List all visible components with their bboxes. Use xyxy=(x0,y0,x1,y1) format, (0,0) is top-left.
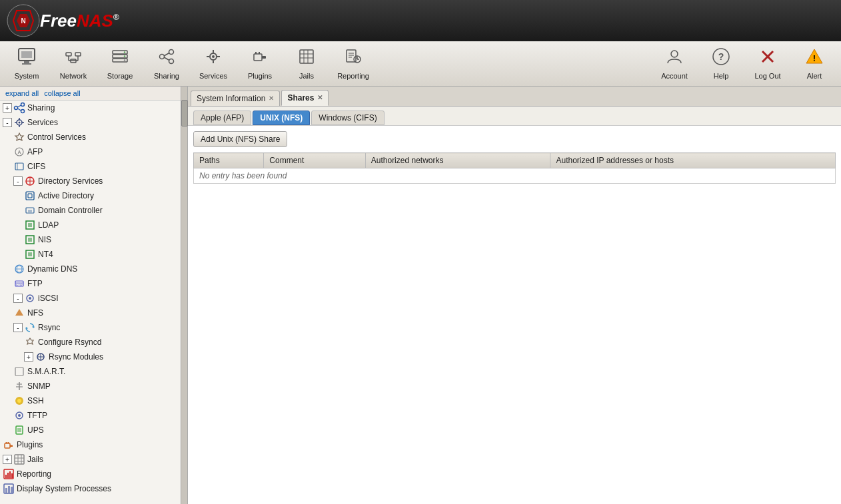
toolbar-plugins[interactable]: Plugins xyxy=(237,43,283,85)
toolbar-system[interactable]: System xyxy=(3,43,50,85)
svg-point-55 xyxy=(15,107,18,110)
sidebar-item-configure-rsyncd[interactable]: Configure Rsyncd xyxy=(0,335,181,350)
toolbar-help[interactable]: ? Help xyxy=(698,43,744,85)
sidebar-item-afp[interactable]: A AFP xyxy=(0,144,181,159)
sidebar-item-rsync-modules[interactable]: + Rsync Modules xyxy=(0,350,181,364)
sidebar-item-display-system-processes[interactable]: Display System Processes xyxy=(0,481,181,496)
services-toggle[interactable]: - xyxy=(3,118,12,127)
rsync-toggle[interactable]: - xyxy=(13,323,23,332)
tab-system-information[interactable]: System Information ✕ xyxy=(191,91,280,106)
sidebar-item-plugins[interactable]: Plugins xyxy=(0,437,181,452)
control-services-icon xyxy=(13,131,25,143)
svg-line-59 xyxy=(18,109,21,111)
sidebar-item-iscsi[interactable]: - iSCSI xyxy=(0,291,181,306)
toolbar-alert[interactable]: ! Alert xyxy=(791,43,838,85)
toolbar-reporting[interactable]: Reporting xyxy=(330,43,377,85)
sub-tab-nfs[interactable]: UNIX (NFS) xyxy=(253,111,310,125)
sidebar-item-cifs[interactable]: CIFS xyxy=(0,159,181,174)
sharing-toggle[interactable]: + xyxy=(3,103,12,113)
sub-tab-nfs-label: UNIX (NFS) xyxy=(260,113,303,123)
reporting-icon xyxy=(344,47,363,70)
sub-tab-cifs-label: Windows (CIFS) xyxy=(319,113,377,123)
svg-point-22 xyxy=(169,50,174,55)
sidebar-item-nfs[interactable]: NFS xyxy=(0,306,181,320)
table-row-empty: No entry has been found xyxy=(194,168,836,184)
sub-tabs-bar: Apple (AFP) UNIX (NFS) Windows (CIFS) xyxy=(188,107,841,126)
rsync-modules-toggle[interactable]: + xyxy=(24,352,33,362)
storage-icon xyxy=(111,47,129,70)
ssh-icon xyxy=(13,395,25,407)
nfs-icon xyxy=(13,307,25,319)
collapse-all-link[interactable]: collapse all xyxy=(44,89,80,97)
display-system-processes-icon xyxy=(3,483,15,495)
svg-rect-110 xyxy=(15,455,24,464)
expand-all-link[interactable]: expand all xyxy=(5,89,39,97)
toolbar-account-label: Account xyxy=(661,72,688,80)
sidebar-item-ftp[interactable]: FTP FTP xyxy=(0,276,181,291)
plugins-tree-icon xyxy=(3,439,15,451)
snmp-label: SNMP xyxy=(27,381,51,391)
toolbar-account[interactable]: Account xyxy=(651,43,698,85)
main: expand all collapse all + Sharing - Serv… xyxy=(0,87,841,504)
snmp-icon xyxy=(13,380,25,392)
sidebar-item-ups[interactable]: UPS xyxy=(0,423,181,437)
sidebar-item-services[interactable]: - Services xyxy=(0,115,181,130)
sidebar-services-label: Services xyxy=(27,118,58,127)
add-nfs-share-button[interactable]: Add Unix (NFS) Share xyxy=(193,131,287,147)
tab-shares[interactable]: Shares ✕ xyxy=(281,90,329,106)
dirservices-toggle[interactable]: - xyxy=(13,176,23,186)
toolbar-system-label: System xyxy=(15,72,39,80)
rsync-icon xyxy=(24,322,36,334)
iscsi-toggle[interactable]: - xyxy=(13,294,23,303)
toolbar-sharing-label: Sharing xyxy=(154,72,179,80)
sidebar-item-domain-controller[interactable]: Domain Controller xyxy=(0,203,181,218)
sub-tab-cifs[interactable]: Windows (CIFS) xyxy=(311,111,384,125)
plugins-label: Plugins xyxy=(17,440,43,449)
content-body: Add Unix (NFS) Share Paths Comment Autho… xyxy=(188,126,841,504)
toolbar-storage[interactable]: Storage xyxy=(97,43,143,85)
rsync-modules-icon xyxy=(35,351,47,363)
sidebar-item-directory-services[interactable]: - Directory Services xyxy=(0,174,181,188)
sharing-icon xyxy=(13,102,25,114)
sidebar-item-snmp[interactable]: SNMP xyxy=(0,379,181,393)
nfs-label: NFS xyxy=(27,308,43,318)
sidebar-item-smart[interactable]: S.M.A.R.T. xyxy=(0,364,181,379)
svg-rect-80 xyxy=(28,238,32,242)
sidebar-item-jails[interactable]: + Jails xyxy=(0,452,181,467)
dynamic-dns-icon xyxy=(13,263,25,275)
svg-rect-5 xyxy=(21,51,32,58)
active-directory-icon xyxy=(24,190,36,202)
ldap-label: LDAP xyxy=(38,220,59,230)
sidebar-item-control-services[interactable]: Control Services xyxy=(0,130,181,144)
ftp-label: FTP xyxy=(27,279,43,288)
sidebar-item-dynamic-dns[interactable]: Dynamic DNS xyxy=(0,262,181,276)
sidebar-item-ldap[interactable]: LDAP xyxy=(0,218,181,232)
sidebar-item-nt4[interactable]: NT4 xyxy=(0,247,181,262)
toolbar-network[interactable]: Network xyxy=(50,43,97,85)
sidebar-item-active-directory[interactable]: Active Directory xyxy=(0,188,181,203)
sub-tab-afp[interactable]: Apple (AFP) xyxy=(193,111,251,125)
system-icon xyxy=(17,47,36,70)
toolbar-services[interactable]: Services xyxy=(190,43,237,85)
toolbar-sharing[interactable]: Sharing xyxy=(143,43,190,85)
sidebar-item-tftp[interactable]: TFTP xyxy=(0,408,181,423)
toolbar-logout[interactable]: Log Out xyxy=(744,43,791,85)
jails-toggle[interactable]: + xyxy=(3,455,12,464)
svg-point-23 xyxy=(169,59,174,64)
directory-services-label: Directory Services xyxy=(38,176,103,186)
logo-icon: N xyxy=(7,4,40,37)
toolbar-jails[interactable]: Jails xyxy=(283,43,330,85)
nis-icon xyxy=(24,234,36,246)
tab-shares-close[interactable]: ✕ xyxy=(317,95,323,101)
sidebar-item-ssh[interactable]: SSH xyxy=(0,393,181,408)
svg-rect-122 xyxy=(8,486,10,493)
tftp-icon xyxy=(13,409,25,421)
sidebar-item-nis[interactable]: NIS xyxy=(0,232,181,247)
sidebar-item-rsync[interactable]: - Rsync xyxy=(0,320,181,335)
services-tree-icon xyxy=(13,117,25,128)
svg-rect-123 xyxy=(11,487,13,493)
display-system-processes-label: Display System Processes xyxy=(17,484,111,493)
sidebar-item-reporting[interactable]: Reporting xyxy=(0,467,181,481)
tab-system-information-close[interactable]: ✕ xyxy=(269,95,274,102)
sidebar-item-sharing[interactable]: + Sharing xyxy=(0,101,181,115)
